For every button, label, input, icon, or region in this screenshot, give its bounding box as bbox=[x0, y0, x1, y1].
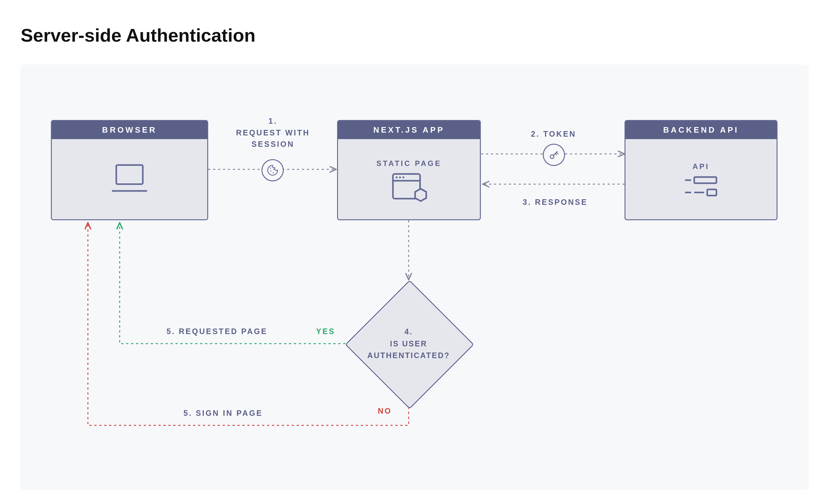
svg-line-24 bbox=[555, 154, 556, 155]
node-browser-header: BROWSER bbox=[52, 121, 207, 139]
key-icon bbox=[543, 144, 565, 166]
svg-rect-16 bbox=[707, 189, 716, 195]
edge-label-yes: YES bbox=[316, 326, 335, 337]
node-nextjs-header: NEXT.JS APP bbox=[338, 121, 480, 139]
edge-label-no: NO bbox=[378, 405, 392, 417]
svg-rect-4 bbox=[116, 165, 143, 184]
node-backend: BACKEND API API bbox=[624, 120, 778, 220]
edge-label-1: 1. REQUEST WITH SESSION bbox=[217, 115, 328, 150]
svg-point-8 bbox=[396, 176, 398, 178]
edge-label-5b: 5. SIGN IN PAGE bbox=[183, 407, 263, 419]
edge-label-5a: 5. REQUESTED PAGE bbox=[167, 326, 267, 337]
svg-rect-13 bbox=[694, 177, 716, 183]
page-title: Server-side Authentication bbox=[21, 25, 809, 46]
cookie-icon bbox=[261, 159, 284, 181]
edge-label-2: 2. TOKEN bbox=[501, 128, 606, 140]
svg-line-23 bbox=[556, 152, 558, 154]
svg-point-17 bbox=[270, 170, 272, 172]
node-decision: 4. IS USER AUTHENTICATED? bbox=[364, 299, 455, 390]
svg-point-20 bbox=[270, 168, 271, 169]
laptop-icon bbox=[109, 163, 150, 196]
diagram-canvas: BROWSER NEXT.JS APP STATIC PAGE bbox=[20, 65, 809, 490]
svg-marker-11 bbox=[415, 189, 426, 201]
api-list-icon bbox=[683, 174, 720, 203]
page: Server-side Authentication bbox=[0, 0, 829, 504]
node-nextjs-sublabel: STATIC PAGE bbox=[376, 159, 442, 168]
decision-line-2: IS USER bbox=[390, 338, 427, 350]
node-nextjs: NEXT.JS APP STATIC PAGE bbox=[337, 120, 481, 220]
static-page-icon bbox=[390, 171, 428, 206]
decision-line-3: AUTHENTICATED? bbox=[367, 350, 450, 361]
svg-point-10 bbox=[402, 176, 404, 178]
node-backend-header: BACKEND API bbox=[625, 121, 777, 139]
node-browser: BROWSER bbox=[51, 120, 208, 220]
svg-point-18 bbox=[273, 172, 274, 173]
decision-line-1: 4. bbox=[405, 326, 413, 338]
svg-point-9 bbox=[399, 176, 401, 178]
edge-label-3: 3. RESPONSE bbox=[506, 196, 605, 208]
node-backend-sublabel: API bbox=[692, 162, 709, 171]
svg-point-19 bbox=[273, 169, 275, 170]
